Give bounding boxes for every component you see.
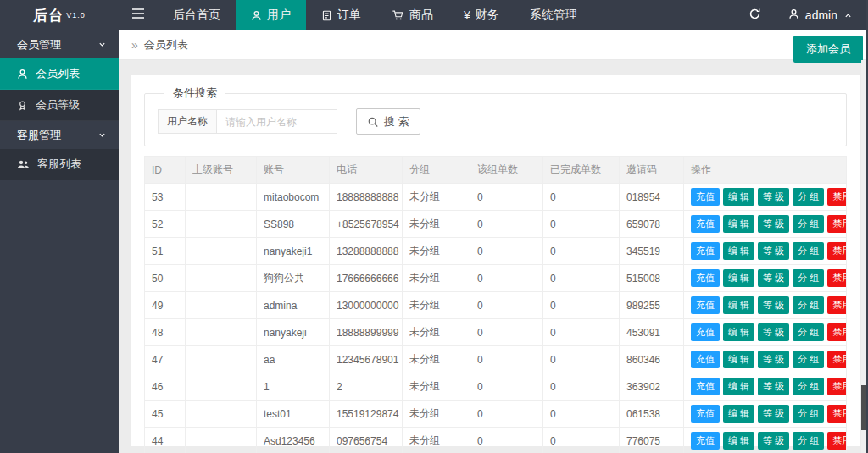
recharge-button[interactable]: 充值 <box>691 378 720 395</box>
add-member-button[interactable]: 添加会员 <box>793 36 863 63</box>
group-button[interactable]: 分 组 <box>793 405 824 423</box>
table-row: 48nanyakeji18888899999未分组00453091充值编 辑等 … <box>145 319 847 346</box>
cell-account: nanyakeji <box>257 319 330 346</box>
recharge-button[interactable]: 充值 <box>691 269 720 287</box>
level-button[interactable]: 等 级 <box>758 405 789 423</box>
group-button[interactable]: 分 组 <box>793 432 824 450</box>
level-button[interactable]: 等 级 <box>758 242 789 260</box>
level-button[interactable]: 等 级 <box>758 432 789 450</box>
cell-phone: 12345678901 <box>330 346 403 373</box>
edit-button[interactable]: 编 辑 <box>723 351 754 368</box>
edit-button[interactable]: 编 辑 <box>723 215 754 233</box>
level-button[interactable]: 等 级 <box>758 269 789 287</box>
cell-group: 未分组 <box>403 428 470 453</box>
group-button[interactable]: 分 组 <box>793 323 824 341</box>
sidebar-group-member-management[interactable]: 会员管理 <box>0 30 119 58</box>
disable-button[interactable]: 禁用 <box>827 215 846 233</box>
cell-actions: 充值编 辑等 级分 组禁用 <box>684 184 847 211</box>
disable-button[interactable]: 禁用 <box>827 269 846 287</box>
collapse-menu-button[interactable] <box>119 0 158 30</box>
recharge-button[interactable]: 充值 <box>691 242 720 260</box>
sidebar-item-member-list[interactable]: 会员列表 <box>0 58 119 90</box>
group-button[interactable]: 分 组 <box>793 296 824 314</box>
level-button[interactable]: 等 级 <box>758 215 789 233</box>
search-icon <box>367 116 379 128</box>
app-version: V1.0 <box>66 11 86 19</box>
disable-button[interactable]: 禁用 <box>827 242 846 260</box>
cell-actions: 充值编 辑等 级分 组禁用 <box>684 292 847 319</box>
cell-actions: 充值编 辑等 级分 组禁用 <box>684 373 847 401</box>
search-button[interactable]: 搜 索 <box>356 108 420 135</box>
page-body: 条件搜索 用户名称 搜 索 ID上级账号账号电话分组该组 <box>119 60 868 453</box>
level-button[interactable]: 等 级 <box>758 323 789 341</box>
document-icon <box>321 10 332 21</box>
sidebar-item-member-level[interactable]: 会员等级 <box>0 90 119 121</box>
app-logo: 后台V1.0 <box>0 0 119 30</box>
recharge-button[interactable]: 充值 <box>691 405 720 423</box>
cell-parent <box>186 373 257 401</box>
group-button[interactable]: 分 组 <box>793 242 824 260</box>
group-button[interactable]: 分 组 <box>793 378 824 395</box>
group-button[interactable]: 分 组 <box>793 269 824 287</box>
disable-button[interactable]: 禁用 <box>827 188 846 206</box>
edit-button[interactable]: 编 辑 <box>723 242 754 260</box>
cell-phone: 13000000000 <box>330 292 403 319</box>
sidebar-group-service-management[interactable]: 客服管理 <box>0 121 119 149</box>
nav-item-home[interactable]: 后台首页 <box>158 0 236 30</box>
cell-id: 47 <box>145 346 186 373</box>
edit-button[interactable]: 编 辑 <box>723 269 754 287</box>
edit-button[interactable]: 编 辑 <box>723 405 754 423</box>
disable-button[interactable]: 禁用 <box>827 323 846 341</box>
nav-item-label: 后台首页 <box>173 8 220 23</box>
medal-icon <box>17 100 28 111</box>
cell-actions: 充值编 辑等 级分 组禁用 <box>684 238 847 265</box>
edit-button[interactable]: 编 辑 <box>723 378 754 395</box>
cell-id: 52 <box>145 211 186 238</box>
topnav-right: admin <box>730 0 868 30</box>
edit-button[interactable]: 编 辑 <box>723 296 754 314</box>
main-area: » 会员列表 添加会员 条件搜索 用户名称 搜 索 <box>119 30 868 453</box>
disable-button[interactable]: 禁用 <box>827 351 846 368</box>
level-button[interactable]: 等 级 <box>758 188 789 206</box>
disable-button[interactable]: 禁用 <box>827 296 846 314</box>
level-button[interactable]: 等 级 <box>758 351 789 368</box>
username-input[interactable] <box>217 109 337 134</box>
group-button[interactable]: 分 组 <box>793 188 824 206</box>
admin-user-menu[interactable]: admin <box>780 8 868 22</box>
cell-group: 未分组 <box>403 184 470 211</box>
nav-item-finance[interactable]: ¥ 财务 <box>448 0 515 30</box>
disable-button[interactable]: 禁用 <box>827 378 846 395</box>
nav-item-orders[interactable]: 订单 <box>306 0 376 30</box>
recharge-button[interactable]: 充值 <box>691 215 720 233</box>
edit-button[interactable]: 编 辑 <box>723 323 754 341</box>
recharge-button[interactable]: 充值 <box>691 188 720 206</box>
nav-item-users[interactable]: 用户 <box>236 0 306 30</box>
level-button[interactable]: 等 级 <box>758 378 789 395</box>
user-icon <box>788 8 799 22</box>
breadcrumb-separator: » <box>131 38 138 52</box>
cell-actions: 充值编 辑等 级分 组禁用 <box>684 319 847 346</box>
recharge-button[interactable]: 充值 <box>691 351 720 368</box>
recharge-button[interactable]: 充值 <box>691 296 720 314</box>
group-button[interactable]: 分 组 <box>793 351 824 368</box>
column-header: ID <box>145 157 186 184</box>
refresh-button[interactable] <box>730 8 780 24</box>
disable-button[interactable]: 禁用 <box>827 432 846 450</box>
group-button[interactable]: 分 组 <box>793 215 824 233</box>
cell-group_orders: 0 <box>470 373 543 401</box>
level-button[interactable]: 等 级 <box>758 296 789 314</box>
recharge-button[interactable]: 充值 <box>691 432 720 450</box>
nav-item-system[interactable]: 系统管理 <box>515 0 593 30</box>
column-header: 已完成单数 <box>543 157 620 184</box>
cell-group_orders: 0 <box>470 319 543 346</box>
cell-done_orders: 0 <box>543 292 620 319</box>
users-icon <box>17 159 30 170</box>
nav-item-goods[interactable]: 商品 <box>376 0 448 30</box>
recharge-button[interactable]: 充值 <box>691 323 720 341</box>
search-legend: 条件搜索 <box>164 86 225 101</box>
table-header-row: ID上级账号账号电话分组该组单数已完成单数邀请码操作 <box>145 157 847 184</box>
sidebar-item-service-list[interactable]: 客服列表 <box>0 149 119 180</box>
disable-button[interactable]: 禁用 <box>827 405 846 423</box>
edit-button[interactable]: 编 辑 <box>723 188 754 206</box>
edit-button[interactable]: 编 辑 <box>723 432 754 450</box>
